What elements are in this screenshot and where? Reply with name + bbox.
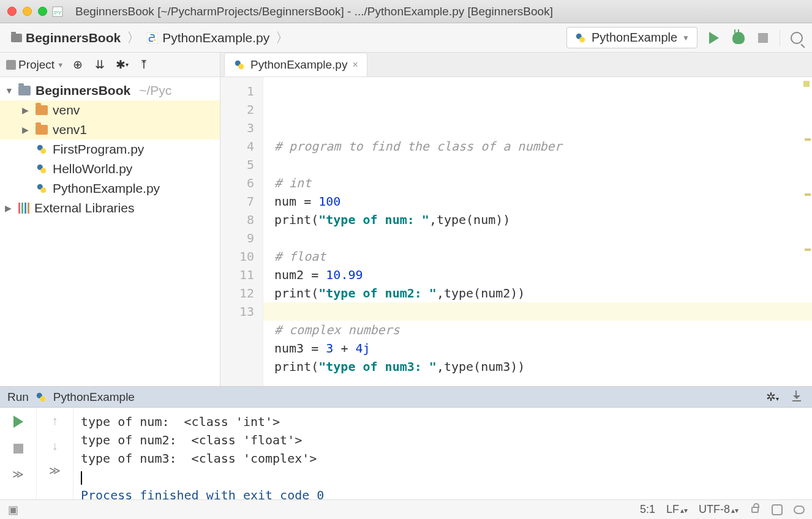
project-view-selector[interactable]: Project▼ <box>6 58 64 72</box>
python-file-icon <box>35 391 47 403</box>
inspection-profile-button[interactable] <box>772 504 783 515</box>
code-line[interactable]: # float <box>274 247 812 266</box>
python-file-icon <box>146 32 159 44</box>
warning-mark-icon[interactable] <box>805 248 811 251</box>
folder-icon <box>11 34 22 42</box>
run-body: ≫ ↑ ↓ ≫ type of num: <class 'int'>type o… <box>0 408 812 499</box>
expand-icon[interactable]: ▶ <box>22 125 31 135</box>
folder-icon <box>36 105 48 115</box>
minimize-window-button[interactable] <box>23 7 32 16</box>
scroll-down-button[interactable]: ↓ <box>52 439 58 453</box>
editor-tabs: PythonExample.py × <box>220 53 812 77</box>
inspection-stripe[interactable] <box>802 77 811 386</box>
stop-button[interactable] <box>755 30 771 46</box>
run-button[interactable] <box>706 30 722 46</box>
code-line[interactable]: num = 100 <box>274 192 812 211</box>
notifications-button[interactable] <box>794 504 805 515</box>
svg-point-15 <box>40 396 45 401</box>
python-file-icon <box>36 163 48 175</box>
expand-icon[interactable]: ▶ <box>5 203 13 213</box>
code-line[interactable]: num2 = 10.99 <box>274 266 812 284</box>
search-icon <box>791 32 803 44</box>
console-output[interactable]: type of num: <class 'int'>type of num2: … <box>73 408 812 499</box>
gear-icon: ✲▾ <box>766 390 779 404</box>
code-line[interactable]: # int <box>274 174 812 192</box>
breadcrumb-project[interactable]: BeginnersBook <box>7 28 124 48</box>
svg-point-3 <box>154 39 156 41</box>
more-button[interactable]: ≫ <box>12 468 24 481</box>
warning-mark-icon[interactable] <box>805 193 811 196</box>
file-encoding[interactable]: UTF-8▴▾ <box>699 503 739 516</box>
svg-text:PY: PY <box>54 9 61 15</box>
code-line[interactable] <box>263 302 812 321</box>
svg-point-7 <box>40 148 46 154</box>
expand-icon[interactable]: ▼ <box>5 86 13 95</box>
folder-icon <box>36 125 48 135</box>
caret-position[interactable]: 5:1 <box>640 503 655 516</box>
export-output-button[interactable] <box>789 389 805 405</box>
settings-button[interactable]: ✱▾ <box>114 57 130 73</box>
breadcrumb-file-label: PythonExample.py <box>162 31 269 45</box>
run-config-name: PythonExample <box>53 390 135 404</box>
tree-external-libs[interactable]: ▶ External Libraries <box>0 198 220 218</box>
bug-icon <box>732 32 745 44</box>
tree-item-label: venv1 <box>53 122 87 137</box>
more-button[interactable]: ≫ <box>49 464 61 477</box>
tree-item[interactable]: HelloWorld.py <box>0 159 220 179</box>
locate-file-button[interactable]: ⊕ <box>70 57 86 73</box>
run-configuration-selector[interactable]: PythonExample ▼ <box>566 27 697 48</box>
tree-item-label: PythonExample.py <box>53 181 160 196</box>
code-line[interactable]: num3 = 3 + 4j <box>274 339 812 357</box>
stop-run-button[interactable] <box>10 441 26 457</box>
search-everywhere-button[interactable] <box>789 30 805 46</box>
scroll-up-button[interactable]: ↑ <box>52 414 58 428</box>
code-line[interactable]: # complex numbers <box>274 321 812 339</box>
tree-item[interactable]: ▶ venv1 <box>0 120 220 140</box>
line-separator[interactable]: LF▴▾ <box>666 503 688 516</box>
breadcrumb-file[interactable]: PythonExample.py <box>143 28 273 48</box>
tree-root[interactable]: ▼ BeginnersBook ~/Pyc <box>0 81 220 100</box>
tree-item[interactable]: FirstProgram.py <box>0 140 220 159</box>
run-settings-button[interactable]: ✲▾ <box>764 389 780 405</box>
editor-tab[interactable]: PythonExample.py × <box>224 53 367 77</box>
editor-body: 12345678910111213 # program to find the … <box>220 77 812 386</box>
main-area: Project▼ ⊕ ⇊ ✱▾ ⤒ ▼ BeginnersBook ~/Pyc … <box>0 53 812 386</box>
code-line[interactable]: print("type of num3: ",type(num3)) <box>274 357 812 376</box>
play-icon <box>13 416 23 428</box>
hector-icon <box>772 504 783 515</box>
project-tree[interactable]: ▼ BeginnersBook ~/Pyc ▶ venv ▶ venv1 Fir… <box>0 77 220 386</box>
tool-windows-button[interactable]: ▣ <box>7 504 18 515</box>
rerun-button[interactable] <box>10 414 26 430</box>
play-icon <box>709 32 719 44</box>
project-view-icon <box>6 60 16 70</box>
navigation-bar: BeginnersBook 〉 PythonExample.py 〉 Pytho… <box>0 23 812 53</box>
maximize-window-button[interactable] <box>38 7 47 16</box>
run-header[interactable]: Run PythonExample ✲▾ <box>0 387 812 408</box>
code-line[interactable]: print("type of num2: ",type(num2)) <box>274 284 812 302</box>
project-view-label: Project <box>18 58 55 72</box>
run-controls-nav: ↑ ↓ ≫ <box>37 408 73 499</box>
code-line[interactable] <box>274 155 812 174</box>
warning-mark-icon[interactable] <box>805 138 811 141</box>
collapse-all-button[interactable]: ⇊ <box>92 57 108 73</box>
hide-button[interactable]: ⤒ <box>136 57 152 73</box>
download-icon <box>792 393 801 401</box>
code-line[interactable]: # program to find the class of a number <box>274 137 812 155</box>
read-only-toggle[interactable] <box>750 504 761 515</box>
code-area[interactable]: # program to find the class of a number … <box>263 77 812 386</box>
line-number-gutter[interactable]: 12345678910111213 <box>220 77 263 386</box>
tree-item[interactable]: ▶ venv <box>0 100 220 120</box>
run-config-label: PythonExample <box>592 31 677 45</box>
svg-point-13 <box>238 64 244 69</box>
tree-item[interactable]: PythonExample.py <box>0 179 220 198</box>
debug-button[interactable] <box>731 30 746 46</box>
tree-item-label: FirstProgram.py <box>53 142 144 157</box>
close-tab-button[interactable]: × <box>352 59 358 70</box>
code-line[interactable] <box>274 229 812 247</box>
console-line: type of num3: <class 'complex'> <box>81 449 805 468</box>
close-window-button[interactable] <box>7 7 17 16</box>
expand-icon[interactable]: ▶ <box>22 105 31 115</box>
code-line[interactable]: print("type of num: ",type(num)) <box>274 211 812 229</box>
divider <box>780 30 780 46</box>
window-title: BeginnersBook [~/PycharmProjects/Beginne… <box>75 5 553 18</box>
